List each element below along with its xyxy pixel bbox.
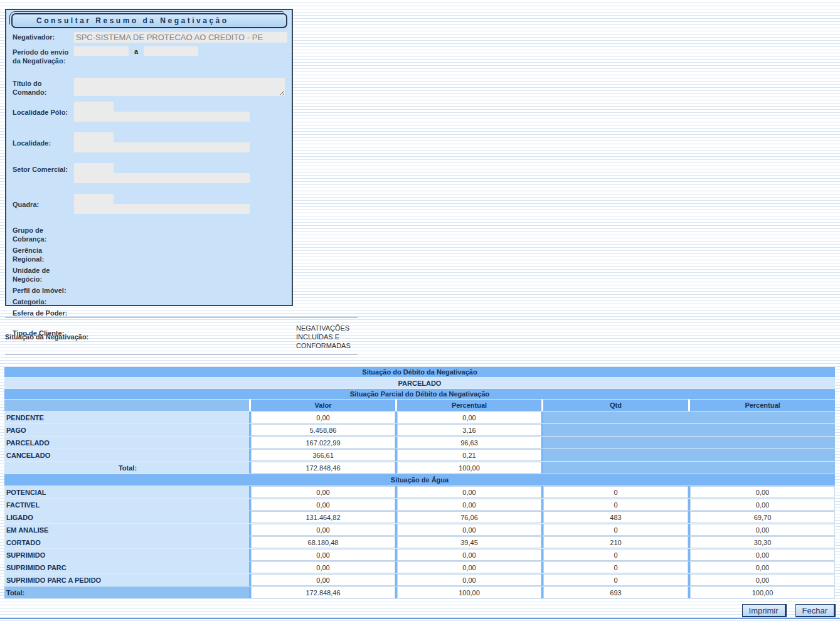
cell-percentual: 0,00	[397, 549, 541, 561]
cell-valor: 0,00	[251, 574, 395, 586]
table-header-situacao-debito: Situação do Débito da Negativação	[4, 367, 835, 377]
row-label: Total:	[4, 586, 249, 598]
table-row: EM ANALISE0,000,0000,00	[4, 524, 835, 536]
cell-valor: 366,61	[251, 449, 395, 461]
table-row: SUPRIMIDO PARC A PEDIDO0,000,0000,00	[4, 574, 835, 586]
table-header-parcelado: PARCELADO	[4, 378, 835, 388]
cell-valor: 0,00	[251, 499, 395, 511]
table-header-situacao-parcial: Situação Parcial do Débito da Negativaçã…	[4, 389, 835, 399]
periodo-inicio-input[interactable]	[74, 46, 129, 56]
perfil-imovel-label: Perfil do Imóvel:	[13, 285, 74, 295]
cell-qtd-percentual: 0,00	[690, 486, 835, 498]
table-row: CANCELADO366,610,21	[4, 449, 835, 461]
cell-qtd-percentual: 0,00	[690, 549, 835, 561]
button-bar: Imprimir Fechar	[742, 604, 836, 617]
row-label: EM ANALISE	[4, 524, 249, 536]
gerencia-regional-label: Gerência Regional:	[13, 245, 74, 263]
consulta-panel: Consultar Resumo da Negativação Negativa…	[5, 9, 293, 306]
cell-qtd: 210	[543, 536, 688, 548]
table-row: Total:172.848,46100,00693100,00	[4, 586, 835, 598]
cell-valor: 0,00	[251, 524, 395, 536]
cell-qtd: 693	[543, 586, 688, 598]
row-label: PENDENTE	[4, 411, 249, 423]
row-label: SUPRIMIDO PARC	[4, 561, 249, 573]
page-title: Consultar Resumo da Negativação	[36, 16, 229, 25]
cell-qtd-percentual: 0,00	[690, 524, 835, 536]
esfera-poder-label: Esfera de Poder:	[13, 307, 74, 317]
row-label: LIGADO	[4, 511, 249, 523]
negativador-input[interactable]	[74, 32, 287, 43]
quadra-label: Quadra:	[13, 194, 74, 209]
cell-qtd-filler	[543, 462, 835, 474]
periodo-separator: a	[134, 48, 138, 55]
column-header-percentual: Percentual	[397, 400, 541, 411]
grupo-cobranca-label: Grupo de Cobrança:	[13, 225, 74, 243]
localidade-polo-descricao-input[interactable]	[74, 112, 250, 122]
situacao-negativacao-value: NEGATIVAÇÕES INCLUÍDAS E CONFORMADAS	[296, 324, 359, 350]
agua-rows-section: POTENCIAL0,000,0000,00FACTIVEL0,000,0000…	[4, 486, 835, 598]
cell-qtd: 483	[543, 511, 688, 523]
cell-percentual: 0,00	[397, 524, 541, 536]
row-label: PAGO	[4, 424, 249, 436]
cell-qtd: 0	[543, 524, 688, 536]
row-label: SUPRIMIDO	[4, 549, 249, 561]
cell-qtd: 0	[543, 486, 688, 498]
cell-qtd: 0	[543, 574, 688, 586]
imprimir-button[interactable]: Imprimir	[742, 604, 787, 617]
table-row: PAGO5.458,863,16	[4, 424, 835, 436]
cell-percentual: 39,45	[397, 536, 541, 548]
table-row: PENDENTE0,000,00	[4, 411, 835, 423]
row-label: POTENCIAL	[4, 486, 249, 498]
cell-valor: 0,00	[251, 411, 395, 423]
column-header-qtd: Qtd	[543, 400, 688, 411]
row-label: FACTIVEL	[4, 499, 249, 511]
table-header-situacao-agua: Situação de Água	[4, 474, 835, 486]
cell-qtd-percentual: 0,00	[690, 561, 835, 573]
titulo-comando-textarea[interactable]	[74, 78, 285, 96]
cell-qtd-percentual: 69,70	[690, 511, 835, 523]
column-header-valor: Valor	[251, 400, 395, 411]
cell-valor: 68.180,48	[251, 536, 395, 548]
quadra-descricao-input[interactable]	[74, 204, 250, 214]
separator-line-top	[5, 317, 358, 318]
categoria-label: Categoria:	[13, 296, 74, 306]
situacao-negativacao-label: Situação da Negativação:	[5, 333, 88, 341]
cell-percentual: 0,00	[397, 499, 541, 511]
cell-percentual: 0,21	[397, 449, 541, 461]
setor-comercial-descricao-input[interactable]	[74, 173, 250, 183]
cell-valor: 172.848,46	[251, 462, 395, 474]
cell-qtd-filler	[543, 437, 835, 449]
fechar-button[interactable]: Fechar	[795, 604, 836, 617]
row-label: CANCELADO	[4, 449, 249, 461]
cell-qtd-percentual: 0,00	[690, 574, 835, 586]
cell-percentual: 0,00	[397, 486, 541, 498]
localidade-descricao-input[interactable]	[74, 142, 250, 152]
separator-line-bottom	[5, 354, 358, 355]
cell-qtd: 0	[543, 549, 688, 561]
cell-qtd-percentual: 30,30	[690, 536, 835, 548]
cell-qtd-filler	[543, 449, 835, 461]
row-label: PARCELADO	[4, 437, 249, 449]
column-header-empty	[4, 400, 249, 411]
periodo-fim-input[interactable]	[144, 46, 198, 56]
table-row: LIGADO131.464,8276,0648369,70	[4, 511, 835, 523]
cell-percentual: 0,00	[397, 574, 541, 586]
row-label: CORTADO	[4, 536, 249, 548]
cell-percentual: 0,00	[397, 411, 541, 423]
row-label: SUPRIMIDO PARC A PEDIDO	[4, 574, 249, 586]
cell-valor: 0,00	[251, 549, 395, 561]
cell-valor: 0,00	[251, 561, 395, 573]
table-row: PARCELADO167.022,9996,63	[4, 437, 835, 449]
table-row: SUPRIMIDO0,000,0000,00	[4, 549, 835, 561]
table-row: SUPRIMIDO PARC0,000,0000,00	[4, 561, 835, 573]
column-header-percentual-qtd: Percentual	[690, 400, 835, 411]
table-row: FACTIVEL0,000,0000,00	[4, 499, 835, 511]
row-label: Total:	[4, 462, 249, 474]
footer-divider-line	[0, 618, 840, 619]
cell-qtd: 0	[543, 561, 688, 573]
cell-percentual: 0,00	[397, 561, 541, 573]
cell-percentual: 100,00	[397, 462, 541, 474]
panel-title-tab: Consultar Resumo da Negativação	[11, 13, 287, 28]
cell-qtd-percentual: 0,00	[690, 499, 835, 511]
table-column-header-row: Valor Percentual Qtd Percentual	[4, 400, 835, 411]
